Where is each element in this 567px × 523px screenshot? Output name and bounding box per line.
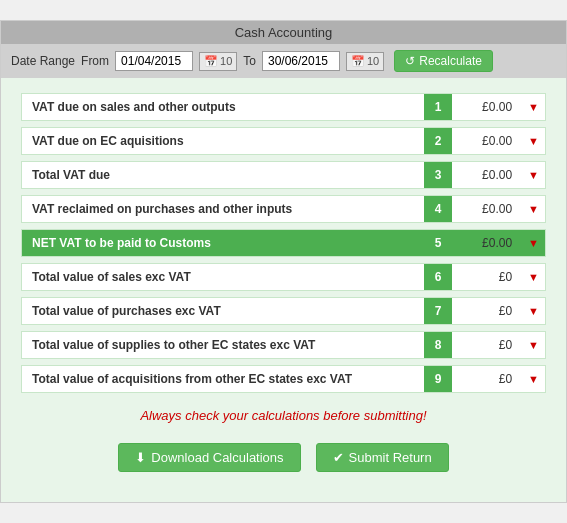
row-number-0: 1 [424, 94, 452, 120]
title-text: Cash Accounting [235, 25, 333, 40]
row-label-5: Total value of sales exc VAT [22, 264, 424, 290]
submit-button[interactable]: ✔ Submit Return [316, 443, 449, 472]
row-dropdown-8[interactable]: ▼ [522, 367, 545, 391]
vat-row: Total value of acquisitions from other E… [21, 365, 546, 393]
row-dropdown-0[interactable]: ▼ [522, 95, 545, 119]
download-icon: ⬇ [135, 450, 146, 465]
row-label-4: NET VAT to be paid to Customs [22, 230, 424, 256]
vat-row: Total value of supplies to other EC stat… [21, 331, 546, 359]
row-value-3: £0.00 [452, 196, 522, 222]
row-label-8: Total value of acquisitions from other E… [22, 366, 424, 392]
from-label: From [81, 54, 109, 68]
row-value-8: £0 [452, 366, 522, 392]
title-bar: Cash Accounting [1, 21, 566, 44]
row-value-1: £0.00 [452, 128, 522, 154]
row-dropdown-5[interactable]: ▼ [522, 265, 545, 289]
row-dropdown-1[interactable]: ▼ [522, 129, 545, 153]
vat-row: Total VAT due 3 £0.00 ▼ [21, 161, 546, 189]
row-label-1: VAT due on EC aquisitions [22, 128, 424, 154]
refresh-icon: ↺ [405, 54, 415, 68]
download-button[interactable]: ⬇ Download Calculations [118, 443, 300, 472]
calendar-icon: 📅 [204, 55, 218, 68]
row-number-8: 9 [424, 366, 452, 392]
vat-row: VAT due on sales and other outputs 1 £0.… [21, 93, 546, 121]
row-number-6: 7 [424, 298, 452, 324]
vat-row: Total value of purchases exc VAT 7 £0 ▼ [21, 297, 546, 325]
content-area: VAT due on sales and other outputs 1 £0.… [1, 78, 566, 502]
to-cal-label: 10 [367, 55, 379, 67]
submit-label: Submit Return [349, 450, 432, 465]
vat-rows-container: VAT due on sales and other outputs 1 £0.… [21, 93, 546, 393]
row-label-3: VAT reclaimed on purchases and other inp… [22, 196, 424, 222]
from-calendar-button[interactable]: 📅 10 [199, 52, 237, 71]
row-value-2: £0.00 [452, 162, 522, 188]
row-label-2: Total VAT due [22, 162, 424, 188]
vat-row: VAT due on EC aquisitions 2 £0.00 ▼ [21, 127, 546, 155]
warning-text: Always check your calculations before su… [21, 408, 546, 423]
date-range-label: Date Range [11, 54, 75, 68]
row-label-6: Total value of purchases exc VAT [22, 298, 424, 324]
row-value-0: £0.00 [452, 94, 522, 120]
vat-row: Total value of sales exc VAT 6 £0 ▼ [21, 263, 546, 291]
row-number-3: 4 [424, 196, 452, 222]
to-date-input[interactable] [262, 51, 340, 71]
row-dropdown-2[interactable]: ▼ [522, 163, 545, 187]
check-icon: ✔ [333, 450, 344, 465]
row-number-4: 5 [424, 230, 452, 256]
row-dropdown-3[interactable]: ▼ [522, 197, 545, 221]
calendar-icon-2: 📅 [351, 55, 365, 68]
row-number-1: 2 [424, 128, 452, 154]
footer-buttons: ⬇ Download Calculations ✔ Submit Return [21, 433, 546, 487]
to-label: To [243, 54, 256, 68]
to-calendar-button[interactable]: 📅 10 [346, 52, 384, 71]
from-date-input[interactable] [115, 51, 193, 71]
row-value-4: £0.00 [452, 230, 522, 256]
toolbar: Date Range From 📅 10 To 📅 10 ↺ Recalcula… [1, 44, 566, 78]
vat-row: VAT reclaimed on purchases and other inp… [21, 195, 546, 223]
row-value-5: £0 [452, 264, 522, 290]
row-dropdown-6[interactable]: ▼ [522, 299, 545, 323]
download-label: Download Calculations [151, 450, 283, 465]
row-number-7: 8 [424, 332, 452, 358]
row-dropdown-4[interactable]: ▼ [522, 231, 545, 255]
from-cal-label: 10 [220, 55, 232, 67]
row-number-5: 6 [424, 264, 452, 290]
row-value-7: £0 [452, 332, 522, 358]
recalculate-label: Recalculate [419, 54, 482, 68]
main-container: Cash Accounting Date Range From 📅 10 To … [0, 20, 567, 503]
recalculate-button[interactable]: ↺ Recalculate [394, 50, 493, 72]
row-number-2: 3 [424, 162, 452, 188]
row-label-7: Total value of supplies to other EC stat… [22, 332, 424, 358]
row-value-6: £0 [452, 298, 522, 324]
row-label-0: VAT due on sales and other outputs [22, 94, 424, 120]
vat-row: NET VAT to be paid to Customs 5 £0.00 ▼ [21, 229, 546, 257]
row-dropdown-7[interactable]: ▼ [522, 333, 545, 357]
